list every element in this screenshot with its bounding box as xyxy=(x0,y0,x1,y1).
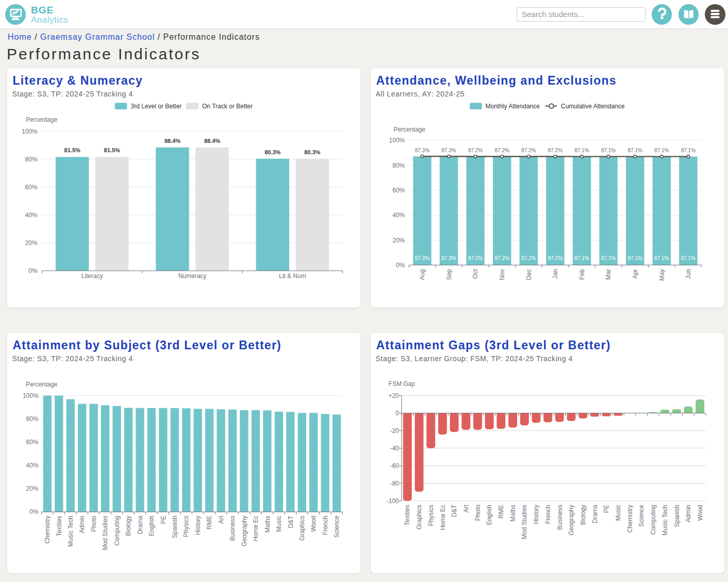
svg-text:Admin: Admin xyxy=(78,515,86,533)
svg-text:On Track or Better: On Track or Better xyxy=(202,103,253,110)
svg-text:80.3%: 80.3% xyxy=(304,149,320,155)
svg-text:0: 0 xyxy=(395,409,399,416)
svg-text:Spanish: Spanish xyxy=(171,515,178,538)
svg-text:Mod Studies: Mod Studies xyxy=(521,505,528,539)
svg-text:87.1%: 87.1% xyxy=(601,255,616,261)
svg-text:80.3%: 80.3% xyxy=(264,149,280,155)
svg-text:100%: 100% xyxy=(22,127,38,135)
svg-text:Aug: Aug xyxy=(419,269,426,280)
svg-text:40%: 40% xyxy=(25,211,38,218)
svg-text:87.1%: 87.1% xyxy=(601,148,616,153)
svg-text:Drama: Drama xyxy=(591,504,599,523)
svg-text:Music: Music xyxy=(275,515,283,531)
svg-text:-40: -40 xyxy=(390,444,399,451)
svg-text:Photo: Photo xyxy=(474,504,482,521)
svg-text:Jun: Jun xyxy=(685,269,692,279)
svg-text:Chemistry: Chemistry xyxy=(626,505,634,532)
svg-text:87.2%: 87.2% xyxy=(521,255,536,261)
svg-text:Feb: Feb xyxy=(578,269,586,280)
svg-text:87.2%: 87.2% xyxy=(468,147,483,153)
svg-text:40%: 40% xyxy=(392,212,405,219)
svg-text:20%: 20% xyxy=(392,236,405,244)
svg-text:Percentage: Percentage xyxy=(26,116,58,123)
svg-text:French: French xyxy=(544,505,552,524)
svg-text:RME: RME xyxy=(498,505,505,519)
svg-text:87.2%: 87.2% xyxy=(495,255,509,261)
svg-text:Drama: Drama xyxy=(137,515,144,534)
svg-text:88.4%: 88.4% xyxy=(204,137,220,143)
svg-text:Physics: Physics xyxy=(183,515,190,537)
svg-text:Home Ec: Home Ec xyxy=(252,515,259,541)
svg-text:100%: 100% xyxy=(23,392,39,399)
svg-text:-100: -100 xyxy=(387,497,399,504)
svg-text:87.1%: 87.1% xyxy=(654,148,669,153)
svg-text:Business: Business xyxy=(229,515,236,541)
svg-text:Percentage: Percentage xyxy=(26,380,58,387)
svg-text:Physics: Physics xyxy=(427,505,435,526)
svg-text:Home Ec: Home Ec xyxy=(439,505,446,530)
svg-text:87.3%: 87.3% xyxy=(415,147,429,153)
svg-text:81.5%: 81.5% xyxy=(104,147,120,153)
svg-text:Music: Music xyxy=(615,505,622,521)
svg-text:Biology: Biology xyxy=(580,505,587,525)
svg-text:0%: 0% xyxy=(396,261,405,268)
svg-text:87.2%: 87.2% xyxy=(548,147,562,153)
svg-text:Maths: Maths xyxy=(509,505,517,522)
svg-text:May: May xyxy=(658,269,666,281)
svg-text:87.1%: 87.1% xyxy=(628,255,642,261)
svg-text:Percentage: Percentage xyxy=(394,126,426,133)
svg-text:87.3%: 87.3% xyxy=(441,255,456,261)
svg-text:English: English xyxy=(486,505,493,525)
svg-text:Literacy: Literacy xyxy=(81,272,103,280)
svg-text:Music Tech: Music Tech xyxy=(67,515,74,546)
svg-text:Textiles: Textiles xyxy=(404,505,411,525)
svg-text:3rd Level or Better: 3rd Level or Better xyxy=(131,103,182,110)
svg-text:PE: PE xyxy=(603,505,610,513)
svg-text:60%: 60% xyxy=(26,439,39,446)
svg-text:History: History xyxy=(533,505,540,524)
svg-text:Wood: Wood xyxy=(310,515,317,531)
svg-text:Mod Studies: Mod Studies xyxy=(102,515,109,550)
svg-text:Cumulative Attendance: Cumulative Attendance xyxy=(561,103,625,110)
svg-text:D&T: D&T xyxy=(451,504,458,517)
svg-text:87.2%: 87.2% xyxy=(521,147,536,153)
svg-text:Geography: Geography xyxy=(241,515,248,546)
svg-text:0%: 0% xyxy=(29,508,39,515)
svg-text:20%: 20% xyxy=(25,239,38,246)
svg-text:87.2%: 87.2% xyxy=(548,255,562,261)
svg-text:87.1%: 87.1% xyxy=(574,148,589,153)
svg-text:0%: 0% xyxy=(28,267,38,274)
svg-text:100%: 100% xyxy=(389,137,405,144)
svg-text:Music Tech: Music Tech xyxy=(661,505,669,536)
svg-text:RME: RME xyxy=(206,515,213,529)
svg-text:80%: 80% xyxy=(392,161,405,169)
svg-text:Art: Art xyxy=(462,504,470,512)
svg-text:Photo: Photo xyxy=(90,515,97,532)
svg-text:Jan: Jan xyxy=(552,269,559,279)
svg-text:87.1%: 87.1% xyxy=(574,255,589,261)
svg-text:Business: Business xyxy=(556,505,564,530)
svg-text:60%: 60% xyxy=(25,183,38,190)
svg-text:87.3%: 87.3% xyxy=(415,255,429,261)
svg-text:87.3%: 87.3% xyxy=(441,147,456,153)
svg-text:Nov: Nov xyxy=(499,269,506,280)
svg-text:Chemistry: Chemistry xyxy=(44,515,51,543)
svg-text:-20: -20 xyxy=(390,427,399,434)
svg-text:81.5%: 81.5% xyxy=(64,147,80,153)
svg-text:88.4%: 88.4% xyxy=(164,137,180,143)
svg-text:FSM Gap: FSM Gap xyxy=(389,380,416,387)
svg-text:Lit & Num: Lit & Num xyxy=(279,272,306,280)
svg-text:Sep: Sep xyxy=(445,269,453,280)
svg-text:Graphics: Graphics xyxy=(416,505,423,529)
svg-text:Computing: Computing xyxy=(113,515,121,545)
svg-text:Dec: Dec xyxy=(525,269,533,280)
svg-text:Computing: Computing xyxy=(650,505,657,535)
svg-text:87.1%: 87.1% xyxy=(654,255,669,261)
svg-text:Art: Art xyxy=(218,515,225,523)
svg-text:60%: 60% xyxy=(392,187,405,194)
svg-text:Oct: Oct xyxy=(472,268,479,278)
svg-text:-80: -80 xyxy=(390,479,399,487)
svg-text:Monthly Attendance: Monthly Attendance xyxy=(486,103,540,110)
svg-text:87.1%: 87.1% xyxy=(681,255,696,261)
svg-text:80%: 80% xyxy=(25,155,38,163)
